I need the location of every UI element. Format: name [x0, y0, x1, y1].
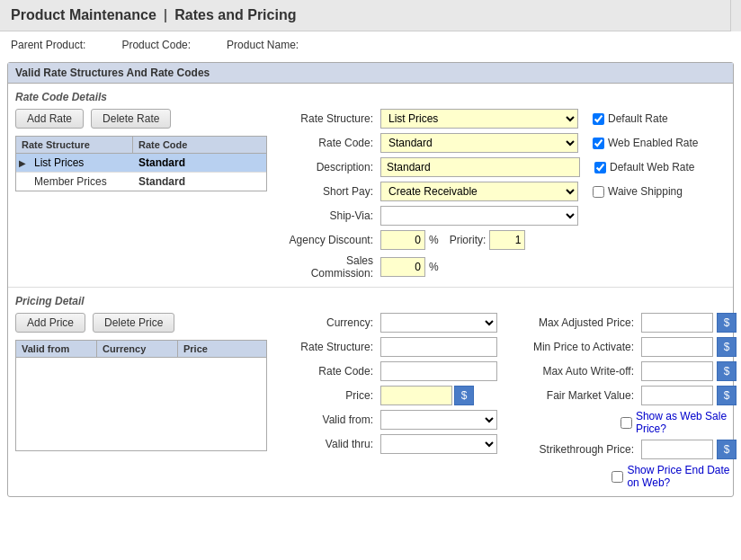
max-auto-writeoff-dollar-btn[interactable]: $: [717, 361, 737, 381]
show-price-end-date-label: Show Price End Date on Web?: [627, 464, 737, 489]
priority-label: Priority:: [450, 234, 487, 246]
valid-thru-select[interactable]: [380, 434, 497, 454]
default-rate-label: Default Rate: [608, 112, 668, 125]
rate-structure-select[interactable]: List Prices: [380, 109, 578, 129]
min-price-row: Min Price to Activate: $: [512, 337, 737, 357]
priority-input[interactable]: [489, 230, 525, 250]
description-input[interactable]: [380, 157, 580, 177]
rate-code-left-panel: Add Rate Delete Rate Rate Structure Rate…: [15, 109, 267, 280]
short-pay-label: Short Pay:: [281, 185, 380, 198]
min-price-input[interactable]: [641, 337, 713, 357]
min-price-dollar-btn[interactable]: $: [717, 337, 737, 357]
max-adjusted-price-row: Max Adjusted Price: $: [512, 313, 737, 333]
add-rate-button[interactable]: Add Rate: [15, 109, 84, 129]
default-web-rate-checkbox-label[interactable]: Default Web Rate: [594, 161, 695, 173]
scrollbar[interactable]: [730, 0, 741, 31]
rate-checkboxes-4: Waive Shipping: [593, 185, 683, 198]
currency-header: Currency: [97, 341, 178, 357]
short-pay-field: Create Receivable Waive Shipping: [380, 182, 726, 201]
app-title: Product Maintenance: [11, 7, 156, 23]
ship-via-select[interactable]: [380, 206, 578, 226]
pricing-form-right: Max Adjusted Price: $ Min Price to Activ…: [512, 313, 737, 489]
rate-code-header: Rate Code: [133, 137, 266, 153]
show-price-end-date-checkbox[interactable]: [612, 471, 623, 483]
rate-table-body: ▶ List Prices Standard Member Prices Sta…: [15, 153, 267, 191]
show-web-sale-label: Show as Web Sale Price?: [636, 410, 737, 435]
delete-rate-button[interactable]: Delete Rate: [91, 109, 171, 129]
rate-code-right-panel: Rate Structure: List Prices Default Rate: [281, 109, 726, 280]
max-auto-writeoff-row: Max Auto Write-off: $: [512, 361, 737, 381]
max-auto-writeoff-input[interactable]: [641, 361, 713, 381]
max-adjusted-price-label: Max Adjusted Price:: [512, 316, 638, 329]
row-indicator: ▶: [16, 154, 29, 172]
show-web-sale-checkbox-label[interactable]: Show as Web Sale Price?: [620, 410, 737, 435]
web-enabled-rate-label: Web Enabled Rate: [608, 137, 699, 149]
strikethrough-dollar-btn[interactable]: $: [717, 440, 737, 459]
pricing-rate-code-label: Rate Code:: [281, 365, 380, 378]
page-title: Rates and Pricing: [174, 7, 296, 23]
rate-table-header: Rate Structure Rate Code: [15, 136, 267, 153]
short-pay-select[interactable]: Create Receivable: [380, 182, 578, 201]
min-price-label: Min Price to Activate:: [512, 341, 638, 353]
rate-checkboxes: Default Rate: [593, 112, 668, 125]
strikethrough-price-input[interactable]: [641, 440, 713, 459]
fair-market-value-input[interactable]: [641, 386, 713, 405]
info-bar: Parent Product: Product Code: Product Na…: [0, 31, 741, 58]
default-web-rate-checkbox[interactable]: [594, 162, 606, 173]
valid-thru-label: Valid thru:: [281, 438, 380, 450]
percent-symbol-2: %: [429, 261, 439, 273]
rate-checkboxes-2: Web Enabled Rate: [593, 137, 699, 149]
valid-from-label: Valid from:: [281, 413, 380, 426]
strikethrough-price-label: Strikethrough Price:: [512, 443, 638, 456]
sales-commission-input[interactable]: [380, 257, 425, 277]
fair-market-value-dollar-btn[interactable]: $: [717, 386, 737, 405]
show-price-end-date-checkbox-label[interactable]: Show Price End Date on Web?: [612, 464, 737, 489]
currency-select[interactable]: [380, 313, 497, 333]
product-code-label: Product Code:: [121, 39, 191, 51]
valid-from-field: [380, 410, 497, 430]
price-label: Price:: [281, 389, 380, 402]
show-price-end-date-row: Show Price End Date on Web?: [512, 464, 737, 489]
rate-code-details: Rate Code Details Add Rate Delete Rate R…: [8, 84, 733, 288]
pricing-rate-structure-input: [380, 337, 497, 357]
currency-label: Currency:: [281, 316, 380, 329]
table-row[interactable]: ▶ List Prices Standard: [16, 154, 266, 173]
show-web-sale-row: Show as Web Sale Price?: [512, 410, 737, 435]
ship-via-field: [380, 206, 726, 226]
add-price-button[interactable]: Add Price: [15, 313, 85, 333]
valid-from-select[interactable]: [380, 410, 497, 430]
pricing-rate-structure-field: [380, 337, 497, 357]
show-web-sale-checkbox[interactable]: [620, 417, 632, 429]
max-adjusted-dollar-btn[interactable]: $: [717, 313, 737, 333]
price-input[interactable]: [380, 386, 452, 405]
web-enabled-rate-checkbox[interactable]: [593, 138, 604, 149]
strikethrough-price-row: Strikethrough Price: $: [512, 440, 737, 459]
waive-shipping-checkbox[interactable]: [593, 186, 604, 198]
description-field: Default Web Rate: [380, 157, 726, 177]
valid-from-header: Valid from: [16, 341, 97, 357]
agency-discount-label: Agency Discount:: [281, 234, 380, 246]
rate-structure-header: Rate Structure: [16, 137, 133, 153]
waive-shipping-checkbox-label[interactable]: Waive Shipping: [593, 185, 683, 198]
rate-code-cell: Standard: [133, 154, 266, 172]
rate-structure-field: List Prices Default Rate: [380, 109, 726, 129]
pricing-detail: Pricing Detail Add Price Delete Price Va…: [8, 288, 733, 496]
default-rate-checkbox[interactable]: [593, 113, 604, 125]
rate-code-select[interactable]: Standard: [380, 133, 578, 153]
delete-price-button[interactable]: Delete Price: [93, 313, 174, 333]
row-indicator: [16, 173, 29, 191]
price-header: Price: [178, 341, 266, 357]
max-adjusted-price-input[interactable]: [641, 313, 713, 333]
price-dollar-btn[interactable]: $: [454, 386, 474, 405]
percent-symbol: %: [429, 234, 439, 246]
price-field: $: [380, 386, 497, 405]
rate-code-cell: Standard: [133, 173, 266, 191]
agency-discount-field: % Priority:: [380, 230, 726, 250]
table-row[interactable]: Member Prices Standard: [16, 173, 266, 191]
agency-discount-input[interactable]: [380, 230, 425, 250]
default-rate-checkbox-label[interactable]: Default Rate: [593, 112, 668, 125]
waive-shipping-label: Waive Shipping: [608, 185, 683, 198]
web-enabled-rate-checkbox-label[interactable]: Web Enabled Rate: [593, 137, 699, 149]
rate-checkboxes-3: Default Web Rate: [594, 161, 695, 173]
rate-code-field: Standard Web Enabled Rate: [380, 133, 726, 153]
